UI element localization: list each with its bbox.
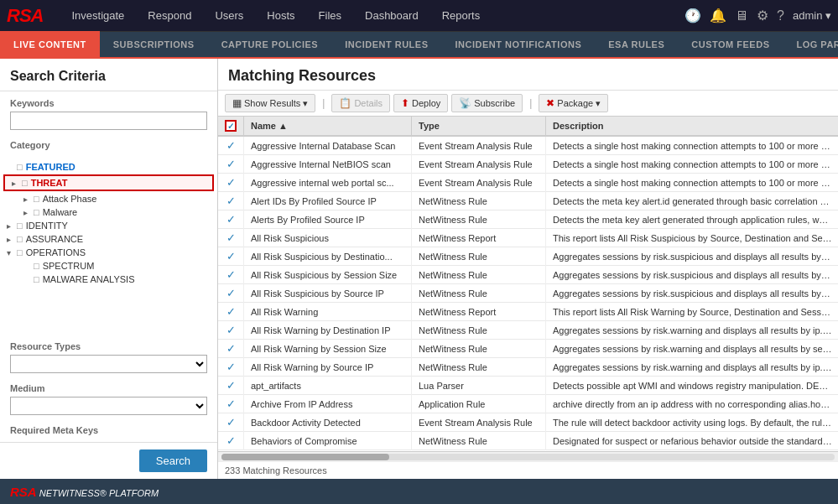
row-type-8: NetWitness Rule <box>412 284 546 303</box>
row-name-1: Aggressive Internal NetBIOS scan <box>244 155 412 174</box>
arrow-attack: ▸ <box>23 195 34 204</box>
row-check-2[interactable]: ✓ <box>218 174 244 192</box>
show-results-button[interactable]: ▦ Show Results ▾ <box>225 94 315 112</box>
table-row[interactable]: ✓ All Risk Warning by Source IP NetWitne… <box>218 358 838 377</box>
row-check-13[interactable]: ✓ <box>218 377 244 395</box>
nav-investigate[interactable]: Investigate <box>60 0 136 32</box>
tree-item-threat[interactable]: ▸ □ THREAT <box>5 176 212 190</box>
medium-select[interactable] <box>10 397 207 415</box>
display-icon[interactable]: 🖥 <box>735 8 748 23</box>
row-check-0[interactable]: ✓ <box>218 136 244 155</box>
col-header-check[interactable]: ✓ <box>218 117 244 136</box>
show-results-label: Show Results <box>244 98 300 108</box>
table-row[interactable]: ✓ All Risk Warning NetWitness Report Thi… <box>218 303 838 321</box>
row-check-15[interactable]: ✓ <box>218 413 244 432</box>
table-row[interactable]: ✓ All Risk Warning by Destination IP Net… <box>218 321 838 340</box>
package-button[interactable]: ✖ Package ▾ <box>539 94 608 112</box>
tree-item-featured[interactable]: □ FEATURED <box>0 160 217 174</box>
table-row[interactable]: ✓ All Risk Suspicious by Session Size Ne… <box>218 266 838 284</box>
row-check-16[interactable]: ✓ <box>218 432 244 450</box>
count-bar: 233 Matching Resources <box>218 461 838 479</box>
tree-label-featured: FEATURED <box>26 162 75 172</box>
row-check-1[interactable]: ✓ <box>218 155 244 174</box>
keywords-input[interactable] <box>10 112 207 130</box>
subscribe-button[interactable]: 📡 Subscribe <box>451 94 523 112</box>
table-row[interactable]: ✓ Alerts By Profiled Source IP NetWitnes… <box>218 210 838 229</box>
header-checkbox[interactable]: ✓ <box>225 120 237 132</box>
table-row[interactable]: ✓ All Risk Warning by Session Size NetWi… <box>218 340 838 358</box>
bell-icon[interactable]: 🔔 <box>710 8 726 23</box>
tab-incident-rules[interactable]: INCIDENT RULES <box>331 31 441 58</box>
row-check-4[interactable]: ✓ <box>218 210 244 229</box>
tab-incident-notifications[interactable]: INCIDENT NOTIFICATIONS <box>442 31 596 58</box>
row-check-7[interactable]: ✓ <box>218 266 244 284</box>
tree-item-identity[interactable]: ▸ □ IDENTITY <box>0 219 217 232</box>
details-button[interactable]: 📋 Details <box>331 94 390 112</box>
table-row[interactable]: ✓ Aggressive internal web portal sc... E… <box>218 174 838 192</box>
row-check-12[interactable]: ✓ <box>218 358 244 377</box>
nav-reports[interactable]: Reports <box>430 0 492 32</box>
tab-live-content[interactable]: LIVE CONTENT <box>0 31 100 58</box>
tab-esa-rules[interactable]: ESA RULES <box>595 31 678 58</box>
row-check-3[interactable]: ✓ <box>218 192 244 210</box>
scroll-thumb[interactable] <box>221 454 389 460</box>
tree-label-identity: IDENTITY <box>26 221 68 231</box>
admin-menu[interactable]: admin ▾ <box>793 9 831 22</box>
horizontal-scrollbar[interactable] <box>218 451 838 461</box>
tree-item-malware[interactable]: ▸ □ Malware <box>0 205 217 219</box>
tree-label-assurance: ASSURANCE <box>26 234 83 244</box>
nav-dashboard[interactable]: Dashboard <box>353 0 430 32</box>
nav-hosts[interactable]: Hosts <box>255 0 306 32</box>
tree-item-attack-phase[interactable]: ▸ □ Attack Phase <box>0 192 217 205</box>
row-check-14[interactable]: ✓ <box>218 395 244 413</box>
table-row[interactable]: ✓ All Risk Suspicious NetWitness Report … <box>218 229 838 247</box>
tab-log-parser-rules[interactable]: LOG PARSER RULES <box>783 31 838 58</box>
scroll-track[interactable] <box>221 454 835 460</box>
nav-files[interactable]: Files <box>307 0 353 32</box>
sidebar: Search Criteria Keywords Category □ FEAT… <box>0 59 218 479</box>
nav-users[interactable]: Users <box>203 0 255 32</box>
table-row[interactable]: ✓ Archive From IP Address Application Ru… <box>218 395 838 413</box>
row-name-12: All Risk Warning by Source IP <box>244 358 412 377</box>
table-row[interactable]: ✓ All Risk Suspicious by Source IP NetWi… <box>218 284 838 303</box>
row-name-11: All Risk Warning by Session Size <box>244 340 412 358</box>
row-check-6[interactable]: ✓ <box>218 247 244 266</box>
col-header-type[interactable]: Type <box>412 117 546 136</box>
nav-respond[interactable]: Respond <box>136 0 203 32</box>
row-check-8[interactable]: ✓ <box>218 284 244 303</box>
clock-icon[interactable]: 🕐 <box>684 8 701 23</box>
row-check-9[interactable]: ✓ <box>218 303 244 321</box>
results-table-container[interactable]: ✓ Name ▲ Type Description ✓ Aggressive I… <box>218 117 838 451</box>
row-type-1: Event Stream Analysis Rule <box>412 155 546 174</box>
tree-item-operations[interactable]: ▾ □ OPERATIONS <box>0 246 217 259</box>
tab-capture-policies[interactable]: CAPTURE POLICIES <box>208 31 332 58</box>
search-button[interactable]: Search <box>139 449 207 472</box>
row-desc-8: Aggregates sessions by risk.suspicious a… <box>546 284 839 303</box>
row-check-5[interactable]: ✓ <box>218 229 244 247</box>
row-name-16: Behaviors of Compromise <box>244 432 412 450</box>
table-row[interactable]: ✓ Behaviors of Compromise NetWitness Rul… <box>218 432 838 450</box>
check-icon-2: ✓ <box>226 176 236 189</box>
tree-label-threat: THREAT <box>31 178 68 188</box>
table-row[interactable]: ✓ Backdoor Activity Detected Event Strea… <box>218 413 838 432</box>
deploy-button[interactable]: ⬆ Deploy <box>393 94 448 112</box>
tree-item-assurance[interactable]: ▸ □ ASSURANCE <box>0 232 217 246</box>
tab-custom-feeds[interactable]: CUSTOM FEEDS <box>678 31 783 58</box>
col-header-desc[interactable]: Description <box>546 117 839 136</box>
tree-item-threat-wrapper: ▸ □ THREAT <box>3 174 214 191</box>
resource-types-select[interactable] <box>10 355 207 373</box>
table-row[interactable]: ✓ All Risk Suspicious by Destinatio... N… <box>218 247 838 266</box>
col-header-name[interactable]: Name ▲ <box>244 117 412 136</box>
tree-item-malware-analysis[interactable]: □ MALWARE ANALYSIS <box>0 273 217 286</box>
row-check-11[interactable]: ✓ <box>218 340 244 358</box>
tab-subscriptions[interactable]: SUBSCRIPTIONS <box>100 31 208 58</box>
gear-icon[interactable]: ⚙ <box>757 8 768 23</box>
table-row[interactable]: ✓ Aggressive Internal Database Scan Even… <box>218 136 838 155</box>
table-row[interactable]: ✓ Aggressive Internal NetBIOS scan Event… <box>218 155 838 174</box>
tree-item-spectrum[interactable]: □ SPECTRUM <box>0 259 217 273</box>
table-row[interactable]: ✓ apt_artifacts Lua Parser Detects possi… <box>218 377 838 395</box>
table-row[interactable]: ✓ Alert IDs By Profiled Source IP NetWit… <box>218 192 838 210</box>
help-icon[interactable]: ? <box>777 8 784 23</box>
row-check-10[interactable]: ✓ <box>218 321 244 340</box>
sep-2: | <box>526 97 535 109</box>
